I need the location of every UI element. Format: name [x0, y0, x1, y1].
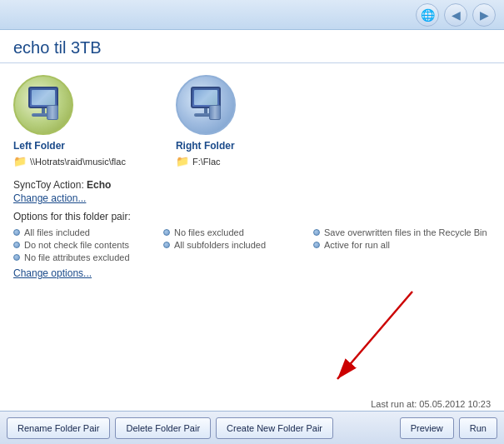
- delete-folder-pair-button[interactable]: Delete Folder Pair: [115, 417, 211, 439]
- last-run-label: Last run at:: [371, 399, 417, 409]
- title-area: echo til 3TB: [0, 30, 504, 63]
- options-header: Options for this folder pair:: [13, 211, 491, 222]
- options-grid: All files included No files excluded Sav…: [13, 227, 491, 262]
- left-folder-path-row: 📁 \\Hotrats\raid\music\flac: [13, 155, 126, 167]
- right-folder-path: F:\Flac: [192, 157, 221, 167]
- option-bullet-7: [13, 254, 20, 261]
- option-text-3: Save overwritten files in the Recycle Bi…: [324, 227, 487, 237]
- folder-pair-row: Left Folder 📁 \\Hotrats\raid\music\flac …: [13, 75, 491, 167]
- create-new-folder-pair-button[interactable]: Create New Folder Pair: [216, 417, 333, 439]
- option-text-7: No file attributes excluded: [24, 252, 130, 262]
- page-title: echo til 3TB: [13, 38, 491, 57]
- synctoy-info-section: SyncToy Action: Echo Change action...: [13, 179, 491, 204]
- option-bullet-2: [163, 229, 170, 236]
- last-run-bar: Last run at: 05.05.2012 10:23: [371, 399, 491, 409]
- right-folder-path-icon: 📁: [176, 155, 189, 167]
- option-bullet-6: [313, 242, 320, 248]
- option-bullet-5: [163, 242, 170, 248]
- left-folder-path: \\Hotrats\raid\music\flac: [30, 157, 126, 167]
- main-content: Left Folder 📁 \\Hotrats\raid\music\flac …: [0, 63, 504, 297]
- option-bullet-1: [13, 229, 20, 236]
- run-button[interactable]: Run: [459, 417, 497, 439]
- globe-icon[interactable]: 🌐: [416, 3, 439, 27]
- option-text-4: Do not check file contents: [24, 240, 129, 250]
- left-folder-icon-circle: [13, 75, 73, 135]
- option-text-5: All subfolders included: [174, 240, 266, 250]
- option-text-2: No files excluded: [174, 227, 244, 237]
- option-bullet-4: [13, 242, 20, 248]
- option-item-6: Active for run all: [313, 240, 497, 250]
- left-folder-label: Left Folder: [13, 140, 65, 152]
- right-folder-path-row: 📁 F:\Flac: [176, 155, 221, 167]
- right-folder-icon-circle: [176, 75, 236, 135]
- forward-icon[interactable]: ▶: [472, 3, 496, 27]
- option-item-5: All subfolders included: [163, 240, 313, 250]
- option-item-1: All files included: [13, 227, 163, 237]
- right-folder-label: Right Folder: [176, 140, 235, 152]
- option-bullet-3: [313, 229, 320, 236]
- change-action-link[interactable]: Change action...: [13, 192, 86, 204]
- options-section: Options for this folder pair: All files …: [13, 211, 491, 279]
- last-run-value: 05.05.2012 10:23: [419, 399, 491, 409]
- top-bar: 🌐 ◀ ▶: [0, 0, 504, 30]
- option-item-2: No files excluded: [163, 227, 313, 237]
- right-computer-icon: [186, 87, 226, 123]
- change-options-link[interactable]: Change options...: [13, 267, 92, 279]
- synctoy-action-row: SyncToy Action: Echo: [13, 179, 491, 191]
- option-item-4: Do not check file contents: [13, 240, 163, 250]
- rename-folder-pair-button[interactable]: Rename Folder Pair: [7, 417, 110, 439]
- synctoy-action-name: Echo: [87, 179, 111, 191]
- left-folder-path-icon: 📁: [13, 155, 27, 167]
- svg-line-1: [337, 292, 412, 379]
- bottom-toolbar: Rename Folder Pair Delete Folder Pair Cr…: [0, 411, 504, 444]
- left-computer-icon: [23, 87, 63, 123]
- right-folder-item: Right Folder 📁 F:\Flac: [176, 75, 236, 167]
- option-item-3: Save overwritten files in the Recycle Bi…: [313, 227, 497, 237]
- synctoy-action-label: SyncToy Action:: [13, 179, 84, 191]
- option-text-6: Active for run all: [324, 240, 390, 250]
- arrow-annotation: [287, 283, 454, 392]
- option-text-1: All files included: [24, 227, 90, 237]
- preview-button[interactable]: Preview: [400, 417, 454, 439]
- back-icon[interactable]: ◀: [444, 3, 467, 27]
- option-item-7: No file attributes excluded: [13, 252, 163, 262]
- left-folder-item: Left Folder 📁 \\Hotrats\raid\music\flac: [13, 75, 126, 167]
